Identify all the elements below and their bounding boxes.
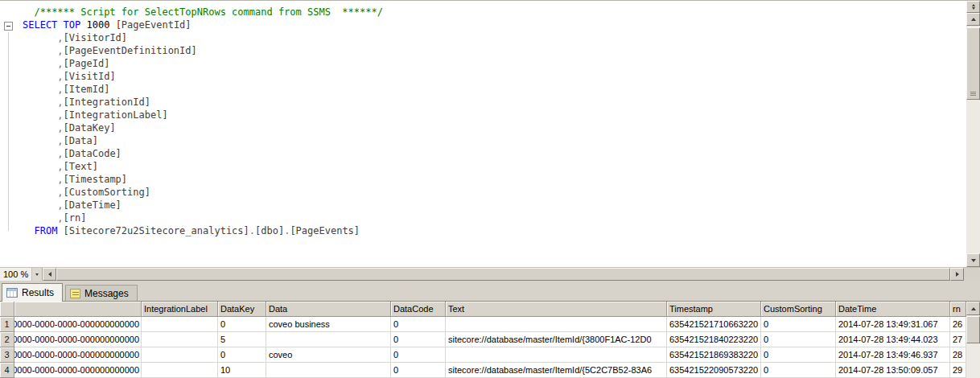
grid-cell[interactable]: 29 xyxy=(950,363,966,378)
grid-cell[interactable]: 0 xyxy=(218,317,266,332)
scroll-left-button[interactable] xyxy=(43,268,56,281)
tab-messages[interactable]: Messages xyxy=(65,285,138,301)
scrollbar-corner xyxy=(964,268,980,281)
code-line[interactable]: ,[VisitorId] xyxy=(23,31,383,44)
grid-cell[interactable] xyxy=(446,347,667,363)
grid-cell[interactable]: 00000000-0000-0000-0000-000000000000 xyxy=(14,347,142,363)
grid-cell[interactable] xyxy=(142,363,218,378)
code-line[interactable]: ,[DataKey] xyxy=(23,121,383,134)
code-line[interactable]: /****** Script for SelectTopNRows comman… xyxy=(23,6,383,18)
grid-cell[interactable]: 28 xyxy=(950,347,966,363)
grid-cell[interactable]: 635421522090573220 xyxy=(667,363,761,378)
code-line[interactable]: ,[PageId] xyxy=(23,57,383,70)
column-header[interactable]: rn xyxy=(950,302,966,317)
grid-scrollbar-thumb[interactable] xyxy=(966,316,980,343)
sql-editor-pane[interactable]: /****** Script for SelectTopNRows comman… xyxy=(0,1,966,267)
grid-cell[interactable]: 0 xyxy=(761,332,836,347)
horizontal-scrollbar-thumb[interactable] xyxy=(56,268,950,281)
code-line[interactable]: ,[rn] xyxy=(23,212,383,224)
code-token xyxy=(23,109,57,121)
code-token xyxy=(23,148,57,159)
grid-cell[interactable]: 635421521840223220 xyxy=(667,332,761,347)
scroll-down-button[interactable] xyxy=(966,253,980,267)
arrow-left-icon xyxy=(48,272,51,277)
code-line[interactable]: ,[Data] xyxy=(23,134,383,147)
grid-cell[interactable] xyxy=(142,332,218,347)
grid-cell[interactable]: 10 xyxy=(218,363,266,378)
column-header[interactable]: DataCode xyxy=(391,302,446,317)
code-line[interactable]: ,[Text] xyxy=(23,160,383,173)
grid-corner[interactable] xyxy=(0,302,14,317)
splitter-grip[interactable] xyxy=(966,1,980,13)
scroll-right-button[interactable] xyxy=(950,268,964,281)
code-line[interactable]: ,[IntegrationLabel] xyxy=(23,109,383,121)
grid-cell[interactable]: 0 xyxy=(761,317,836,332)
grid-cell[interactable]: 635421521710663220 xyxy=(667,317,761,332)
code-line[interactable]: ,[PageEventDefinitionId] xyxy=(23,44,383,57)
grid-cell[interactable]: 0 xyxy=(218,347,266,363)
column-header[interactable]: IntegrationLabel xyxy=(142,302,218,317)
code-line[interactable]: ,[ItemId] xyxy=(23,83,383,96)
grid-cell[interactable]: 635421521869383220 xyxy=(667,347,761,363)
grid-cell[interactable]: 2014-07-28 13:49:44.023 xyxy=(836,332,950,347)
column-header[interactable]: DataKey xyxy=(218,302,266,317)
grid-cell[interactable] xyxy=(266,363,391,378)
code-line[interactable]: ,[CustomSorting] xyxy=(23,186,383,199)
grid-cell[interactable]: 2014-07-28 13:49:31.067 xyxy=(836,317,950,332)
grid-cell[interactable]: 5 xyxy=(218,332,266,347)
grid-cell[interactable]: 0 xyxy=(391,347,446,363)
grid-cell[interactable] xyxy=(142,317,218,332)
tab-results[interactable]: Results xyxy=(2,283,63,302)
grid-scroll-up-button[interactable] xyxy=(966,302,980,315)
column-header[interactable]: CustomSorting xyxy=(761,302,836,317)
row-number[interactable]: 4 xyxy=(0,363,14,378)
code-line[interactable]: ,[DateTime] xyxy=(23,199,383,212)
column-header[interactable]: Data xyxy=(266,302,391,317)
code-line[interactable]: ,[VisitId] xyxy=(23,70,383,83)
zoom-dropdown-button[interactable] xyxy=(31,268,42,281)
grid-cell[interactable]: 0 xyxy=(391,332,446,347)
code-line[interactable]: ,[Timestamp] xyxy=(23,173,383,186)
grid-cell[interactable]: 00000000-0000-0000-0000-000000000000 xyxy=(14,332,142,347)
row-number[interactable]: 3 xyxy=(0,347,14,363)
row-number[interactable]: 2 xyxy=(0,332,14,347)
code-line[interactable]: SELECT TOP 1000 [PageEventId] xyxy=(23,18,383,31)
column-header[interactable]: Timestamp xyxy=(667,302,761,317)
column-header[interactable] xyxy=(14,302,142,317)
column-header[interactable]: Text xyxy=(446,302,667,317)
grid-cell[interactable]: coveo xyxy=(266,347,391,363)
editor-vertical-scrollbar[interactable] xyxy=(966,1,980,267)
outline-collapse-icon[interactable] xyxy=(4,22,13,31)
grid-cell[interactable]: 00000000-0000-0000-0000-000000000000 xyxy=(14,317,142,332)
grid-cell[interactable] xyxy=(142,347,218,363)
code-line[interactable]: FROM [Sitecore72u2Sitecore_analytics].[d… xyxy=(23,224,383,237)
scrollbar-thumb[interactable] xyxy=(966,27,980,100)
grid-cell[interactable]: sitecore://database/master/ItemId/{5C2C7… xyxy=(446,363,667,378)
grid-vertical-scrollbar[interactable] xyxy=(966,302,980,378)
grid-cell[interactable]: sitecore://database/master/ItemId/{3800F… xyxy=(446,332,667,347)
code-token xyxy=(23,225,34,236)
code-line[interactable]: ,[DataCode] xyxy=(23,147,383,160)
grid-cell[interactable]: 2014-07-28 13:50:09.057 xyxy=(836,363,950,378)
grid-cell[interactable]: 0 xyxy=(391,317,446,332)
grid-cell[interactable] xyxy=(266,332,391,347)
grid-cell[interactable]: 26 xyxy=(950,317,966,332)
grid-cell[interactable]: 00000000-0000-0000-0000-000000000000 xyxy=(14,363,142,378)
code-token: [PageId] xyxy=(64,58,110,69)
scroll-up-button[interactable] xyxy=(966,13,980,26)
grid-cell[interactable]: 0 xyxy=(391,363,446,378)
grid-cell[interactable]: 2014-07-28 13:49:46.937 xyxy=(836,347,950,363)
zoom-control[interactable]: 100 % xyxy=(0,268,43,281)
code-area[interactable]: /****** Script for SelectTopNRows comman… xyxy=(23,6,383,237)
code-token xyxy=(23,71,57,82)
row-number[interactable]: 1 xyxy=(0,317,14,332)
grid-cell[interactable]: 0 xyxy=(761,363,836,378)
grid-cell[interactable]: coveo business xyxy=(266,317,391,332)
code-token: , xyxy=(57,84,63,95)
column-header[interactable]: DateTime xyxy=(836,302,950,317)
grid-cell[interactable] xyxy=(446,317,667,332)
grid-cell[interactable]: 0 xyxy=(761,347,836,363)
code-line[interactable]: ,[IntegrationId] xyxy=(23,96,383,109)
grid-cell[interactable]: 27 xyxy=(950,332,966,347)
code-token xyxy=(23,199,57,211)
